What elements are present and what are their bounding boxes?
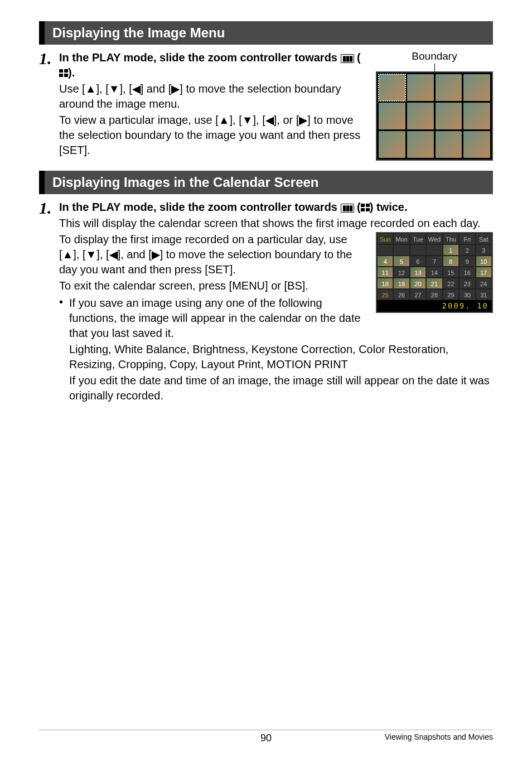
- cal-day-wed: Wed: [426, 233, 442, 244]
- page-number: 90: [260, 732, 272, 744]
- zoom-out-icon-2: ▮▮▮: [341, 204, 354, 213]
- step2-bullet-sub1: Lighting, White Balance, Brightness, Key…: [69, 342, 493, 372]
- step1-desc1: Use [▲], [▼], [◀] and [▶] to move the se…: [59, 81, 365, 112]
- step2-title-b: (: [354, 201, 361, 213]
- cal-row-1: 123: [377, 244, 492, 255]
- cal-day-fri: Fri: [459, 233, 475, 244]
- cal-row-4: 18192021222324: [377, 278, 492, 289]
- image-menu-figure: Boundary: [376, 50, 493, 161]
- step-number-2: 1.: [39, 200, 56, 216]
- cal-day-sat: Sat: [476, 233, 492, 244]
- step1-title: In the PLAY mode, slide the zoom control…: [59, 50, 365, 80]
- boundary-label: Boundary: [376, 50, 493, 62]
- step1-title-b: (: [354, 51, 361, 64]
- cal-day-mon: Mon: [393, 233, 409, 244]
- cal-row-5: 25262728293031: [377, 289, 492, 300]
- calendar-footer-date: 2009. 10: [377, 300, 492, 312]
- step1-title-c: ).: [68, 66, 75, 79]
- cal-row-3: 11121314151617: [377, 267, 492, 278]
- step1-desc2: To view a particular image, use [▲], [▼]…: [59, 113, 365, 158]
- zoom-out-icon: ▮▮▮: [341, 54, 354, 63]
- step1-title-a: In the PLAY mode, slide the zoom control…: [59, 51, 341, 64]
- step2-bullet-sub2: If you edit the date and time of an imag…: [69, 373, 493, 403]
- step2-desc1: This will display the calendar screen th…: [59, 216, 493, 231]
- step2-title: In the PLAY mode, slide the zoom control…: [59, 200, 493, 215]
- calendar-figure: Sun Mon Tue Wed Thu Fri Sat 123 45678910…: [376, 232, 493, 313]
- section-header-calendar: Displaying Images in the Calendar Screen: [39, 171, 493, 194]
- cal-row-2: 45678910: [377, 255, 492, 267]
- thumbs-icon-2: [361, 204, 370, 211]
- thumbnail-grid: [376, 71, 493, 161]
- footer-chapter: Viewing Snapshots and Movies: [385, 732, 493, 741]
- calendar-head: Sun Mon Tue Wed Thu Fri Sat: [377, 233, 492, 244]
- cal-day-tue: Tue: [410, 233, 426, 244]
- step2-title-a: In the PLAY mode, slide the zoom control…: [59, 201, 341, 213]
- cal-day-sun: Sun: [377, 233, 393, 244]
- step2-bullet: If you save an image using any one of th…: [69, 296, 365, 341]
- step2-title-c: ) twice.: [370, 201, 408, 213]
- bullet-dot: •: [59, 295, 69, 341]
- page-footer: 90 Viewing Snapshots and Movies: [39, 730, 493, 741]
- section-header-image-menu: Displaying the Image Menu: [39, 21, 493, 45]
- step-number: 1.: [39, 50, 56, 67]
- thumbs-icon: [59, 69, 68, 77]
- cal-day-thu: Thu: [443, 233, 459, 244]
- boundary-pointer: [434, 64, 435, 71]
